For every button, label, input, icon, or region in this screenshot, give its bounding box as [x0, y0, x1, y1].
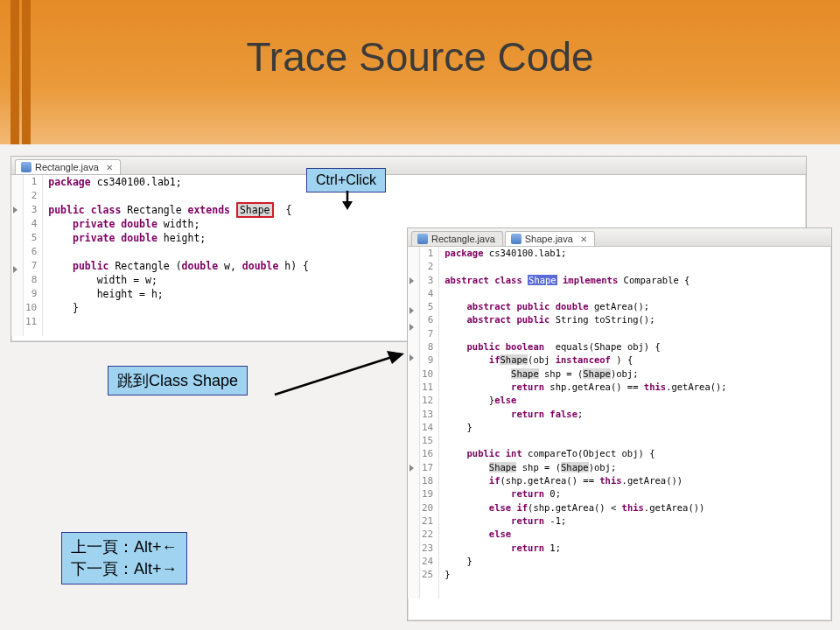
tabbar: Rectangle.java ✕ — [11, 157, 806, 175]
java-file-icon — [417, 234, 428, 244]
marker-gutter — [408, 247, 420, 598]
marker-gutter — [11, 175, 24, 336]
svg-marker-3 — [387, 351, 404, 364]
java-file-icon — [21, 162, 32, 172]
editor-shape: Rectangle.java Shape.java ✕ 123456789101… — [407, 228, 832, 621]
tab-label: Shape.java — [525, 234, 573, 244]
tab-shape[interactable]: Shape.java ✕ — [505, 231, 595, 246]
tab-label: Rectangle.java — [35, 162, 99, 172]
tab-rectangle[interactable]: Rectangle.java ✕ — [15, 159, 121, 174]
tabbar: Rectangle.java Shape.java ✕ — [408, 228, 831, 247]
arrow-down-icon — [339, 191, 356, 212]
svg-line-2 — [275, 357, 392, 395]
tab-rectangle[interactable]: Rectangle.java — [411, 231, 503, 246]
tab-close-icon[interactable]: ✕ — [580, 234, 587, 244]
slide-title: Trace Source Code — [0, 33, 840, 80]
nav-prev: 上一頁：Alt+← — [71, 536, 178, 558]
tab-close-icon[interactable]: ✕ — [106, 163, 113, 172]
code-area[interactable]: package cs340100.lab1; abstract class Sh… — [439, 247, 726, 598]
code-area[interactable]: package cs340100.lab1; public class Rect… — [43, 175, 309, 336]
nav-next: 下一頁：Alt+→ — [71, 558, 178, 580]
arrow-diag-icon — [270, 346, 410, 416]
tab-label: Rectangle.java — [431, 234, 495, 244]
callout-jump: 跳到Class Shape — [108, 366, 248, 396]
svg-marker-1 — [342, 201, 353, 210]
java-file-icon — [511, 234, 522, 244]
line-numbers: 1234567891011121314151617181920212223242… — [420, 247, 439, 598]
line-numbers: 1234567891011 — [24, 175, 43, 336]
callout-ctrlclick: Ctrl+Click — [306, 168, 386, 192]
callout-nav: 上一頁：Alt+← 下一頁：Alt+→ — [61, 532, 187, 584]
